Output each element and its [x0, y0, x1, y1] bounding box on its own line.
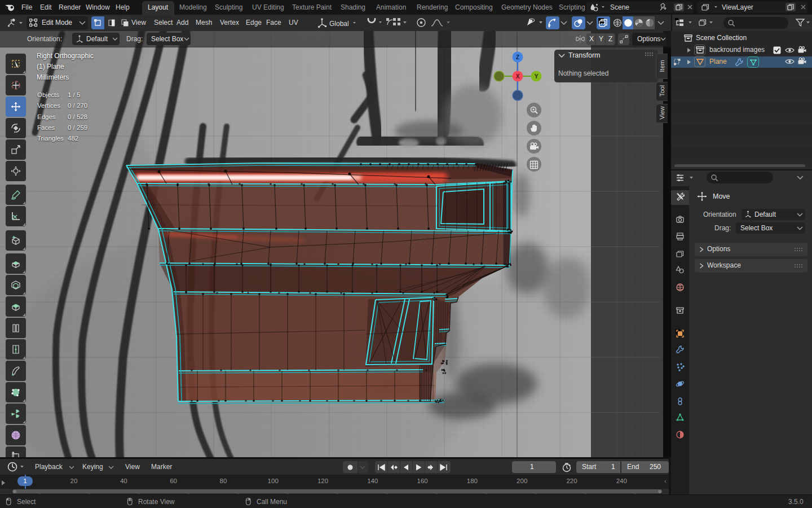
svg-text:Z: Z — [516, 54, 519, 60]
svg-text:X: X — [516, 73, 520, 80]
svg-text:Global: Global — [329, 20, 349, 28]
svg-text:Y: Y — [535, 73, 539, 80]
